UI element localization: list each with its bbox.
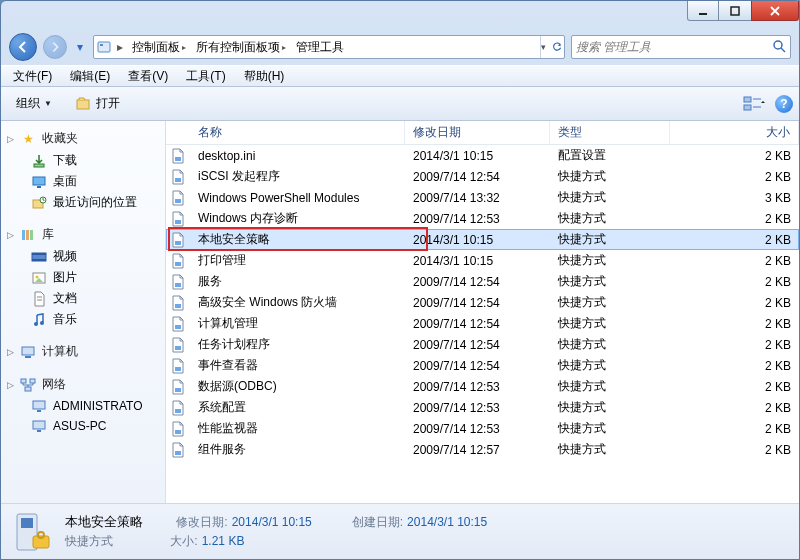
col-date[interactable]: 修改日期 xyxy=(405,121,550,144)
col-icon[interactable] xyxy=(166,121,190,144)
svg-rect-56 xyxy=(38,532,44,538)
menu-tools[interactable]: 工具(T) xyxy=(178,66,233,87)
file-row[interactable]: 打印管理2014/3/1 10:15快捷方式2 KB xyxy=(166,250,799,271)
file-row[interactable]: Windows PowerShell Modules2009/7/14 13:3… xyxy=(166,187,799,208)
file-row[interactable]: 任务计划程序2009/7/14 12:54快捷方式2 KB xyxy=(166,334,799,355)
body: ▷ ★ 收藏夹 下载 桌面 最近访问的位置 xyxy=(1,121,799,503)
file-row[interactable]: 本地安全策略2014/3/1 10:15快捷方式2 KB xyxy=(166,229,799,250)
sidebar-item-documents[interactable]: 文档 xyxy=(1,288,165,309)
close-button[interactable] xyxy=(751,1,799,21)
file-icon xyxy=(166,169,190,185)
file-type: 快捷方式 xyxy=(550,315,670,332)
file-row[interactable]: desktop.ini2014/3/1 10:15配置设置2 KB xyxy=(166,145,799,166)
breadcrumb-item[interactable]: 管理工具 xyxy=(292,37,348,58)
col-type[interactable]: 类型 xyxy=(550,121,670,144)
organize-button[interactable]: 组织 ▼ xyxy=(7,90,61,117)
svg-rect-30 xyxy=(25,356,31,358)
nav-forward-button[interactable] xyxy=(43,35,67,59)
file-icon xyxy=(166,400,190,416)
sidebar-item-downloads[interactable]: 下载 xyxy=(1,150,165,171)
details-size-label: 大小: xyxy=(170,534,197,548)
file-size: 2 KB xyxy=(670,338,799,352)
file-name: 本地安全策略 xyxy=(190,231,405,248)
chevron-right-icon: ▷ xyxy=(7,230,14,240)
file-name: 任务计划程序 xyxy=(190,336,405,353)
file-row[interactable]: 计算机管理2009/7/14 12:54快捷方式2 KB xyxy=(166,313,799,334)
svg-point-4 xyxy=(774,41,782,49)
view-options-button[interactable] xyxy=(743,95,765,113)
title-bar xyxy=(1,1,799,29)
sidebar-item-music[interactable]: 音乐 xyxy=(1,309,165,330)
svg-rect-8 xyxy=(744,105,751,110)
file-type: 快捷方式 xyxy=(550,168,670,185)
col-size[interactable]: 大小 xyxy=(670,121,799,144)
sidebar-network-header[interactable]: ▷ 网络 xyxy=(1,373,165,396)
svg-rect-2 xyxy=(98,42,110,52)
file-row[interactable]: 组件服务2009/7/14 12:57快捷方式2 KB xyxy=(166,439,799,460)
svg-rect-7 xyxy=(744,97,751,102)
file-name: 系统配置 xyxy=(190,399,405,416)
menu-help[interactable]: 帮助(H) xyxy=(236,66,293,87)
recent-icon xyxy=(31,195,47,211)
sidebar-item-desktop[interactable]: 桌面 xyxy=(1,171,165,192)
search-input[interactable]: 搜索 管理工具 xyxy=(571,35,791,59)
breadcrumb-item[interactable]: 控制面板▸ xyxy=(128,37,190,58)
file-type: 快捷方式 xyxy=(550,441,670,458)
file-date: 2009/7/14 12:53 xyxy=(405,422,550,436)
file-row[interactable]: 系统配置2009/7/14 12:53快捷方式2 KB xyxy=(166,397,799,418)
file-row[interactable]: iSCSI 发起程序2009/7/14 12:54快捷方式2 KB xyxy=(166,166,799,187)
file-date: 2009/7/14 12:54 xyxy=(405,317,550,331)
sidebar-favorites-header[interactable]: ▷ ★ 收藏夹 xyxy=(1,127,165,150)
svg-rect-46 xyxy=(175,325,181,329)
breadcrumb-item[interactable]: 所有控制面板项▸ xyxy=(192,37,290,58)
open-button[interactable]: 打开 xyxy=(67,90,129,117)
menu-view[interactable]: 查看(V) xyxy=(120,66,176,87)
favorites-icon: ★ xyxy=(20,131,36,147)
file-row[interactable]: 服务2009/7/14 12:54快捷方式2 KB xyxy=(166,271,799,292)
file-size: 2 KB xyxy=(670,380,799,394)
svg-rect-31 xyxy=(21,379,26,383)
navigation-pane[interactable]: ▷ ★ 收藏夹 下载 桌面 最近访问的位置 xyxy=(1,121,166,503)
file-type: 快捷方式 xyxy=(550,189,670,206)
file-row[interactable]: Windows 内存诊断2009/7/14 12:53快捷方式2 KB xyxy=(166,208,799,229)
file-date: 2009/7/14 12:54 xyxy=(405,296,550,310)
file-row[interactable]: 高级安全 Windows 防火墙2009/7/14 12:54快捷方式2 KB xyxy=(166,292,799,313)
file-row[interactable]: 数据源(ODBC)2009/7/14 12:53快捷方式2 KB xyxy=(166,376,799,397)
menu-edit[interactable]: 编辑(E) xyxy=(62,66,118,87)
window-buttons xyxy=(687,1,799,21)
svg-rect-20 xyxy=(32,253,46,255)
sidebar-item-recent[interactable]: 最近访问的位置 xyxy=(1,192,165,213)
menu-file[interactable]: 文件(F) xyxy=(5,66,60,87)
sidebar-item-network-pc[interactable]: ASUS-PC xyxy=(1,416,165,436)
sidebar-item-videos[interactable]: 视频 xyxy=(1,246,165,267)
file-type: 快捷方式 xyxy=(550,378,670,395)
breadcrumb-bar[interactable]: ▸ 控制面板▸ 所有控制面板项▸ 管理工具 ▾ xyxy=(93,35,565,59)
svg-rect-40 xyxy=(175,199,181,203)
maximize-button[interactable] xyxy=(719,1,751,21)
minimize-button[interactable] xyxy=(687,1,719,21)
col-name[interactable]: 名称 xyxy=(190,121,405,144)
location-icon xyxy=(96,39,112,55)
sidebar-computer-header[interactable]: ▷ 计算机 xyxy=(1,340,165,363)
file-name: 事件查看器 xyxy=(190,357,405,374)
sidebar-item-network-pc[interactable]: ADMINISTRATO xyxy=(1,396,165,416)
file-size: 2 KB xyxy=(670,170,799,184)
sidebar-label: 库 xyxy=(42,226,54,243)
file-date: 2009/7/14 12:53 xyxy=(405,212,550,226)
sidebar-item-label: 图片 xyxy=(53,269,77,286)
file-name: 高级安全 Windows 防火墙 xyxy=(190,294,405,311)
file-rows[interactable]: desktop.ini2014/3/1 10:15配置设置2 KBiSCSI 发… xyxy=(166,145,799,503)
picture-icon xyxy=(31,270,47,286)
nav-back-button[interactable] xyxy=(9,33,37,61)
nav-history-dropdown[interactable]: ▾ xyxy=(73,35,87,59)
file-row[interactable]: 事件查看器2009/7/14 12:54快捷方式2 KB xyxy=(166,355,799,376)
file-list: 名称 修改日期 类型 大小 desktop.ini2014/3/1 10:15配… xyxy=(166,121,799,503)
sidebar-item-label: 视频 xyxy=(53,248,77,265)
svg-rect-34 xyxy=(33,401,45,409)
help-button[interactable]: ? xyxy=(775,95,793,113)
refresh-button[interactable]: ▾ xyxy=(540,36,562,58)
sidebar-libraries-header[interactable]: ▷ 库 xyxy=(1,223,165,246)
file-size: 2 KB xyxy=(670,296,799,310)
sidebar-item-pictures[interactable]: 图片 xyxy=(1,267,165,288)
file-row[interactable]: 性能监视器2009/7/14 12:53快捷方式2 KB xyxy=(166,418,799,439)
